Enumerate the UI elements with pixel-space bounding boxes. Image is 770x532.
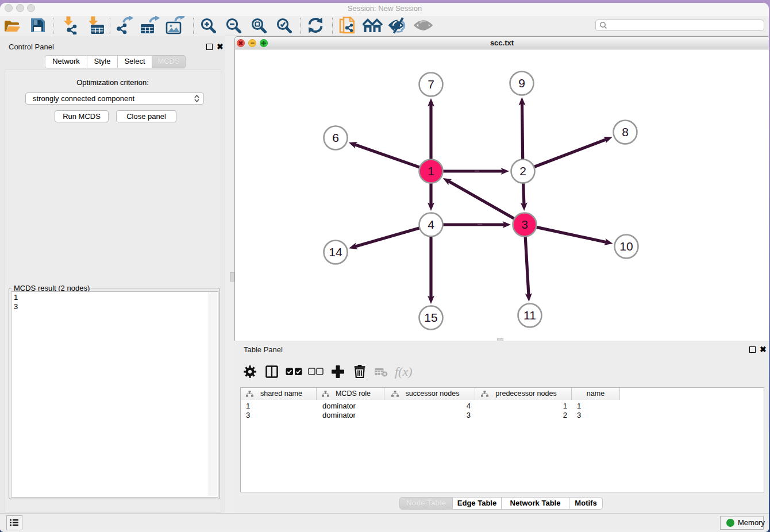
svg-text:9: 9: [518, 76, 525, 90]
svg-text:8: 8: [622, 125, 629, 138]
svg-text:15: 15: [424, 311, 437, 324]
svg-text:10: 10: [619, 240, 633, 253]
svg-text:4: 4: [428, 218, 434, 231]
svg-text:2: 2: [519, 164, 526, 178]
svg-text:1: 1: [428, 164, 434, 178]
svg-text:7: 7: [428, 78, 434, 91]
svg-text:14: 14: [329, 245, 342, 259]
svg-text:6: 6: [332, 131, 339, 144]
svg-text:11: 11: [523, 309, 536, 322]
svg-text:3: 3: [521, 218, 528, 231]
